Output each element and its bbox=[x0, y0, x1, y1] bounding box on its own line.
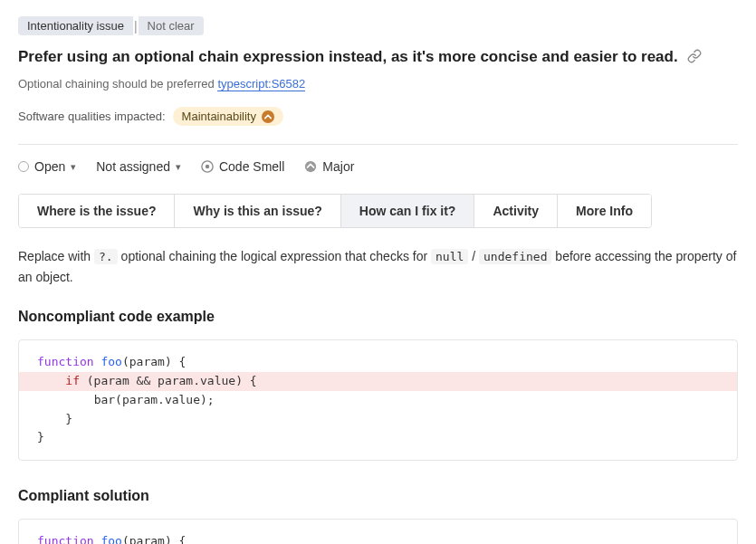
subtitle-text: Optional chaining should be preferred bbox=[18, 77, 217, 91]
subtitle: Optional chaining should be preferred ty… bbox=[18, 77, 738, 91]
fix-explanation: Replace with ?. optional chaining the lo… bbox=[18, 246, 738, 287]
severity-major-icon bbox=[304, 160, 317, 173]
tag-intentionality: Intentionality issue bbox=[18, 16, 133, 35]
status-row: Open ▾ Not assigned ▾ Code Smell Major bbox=[18, 159, 738, 174]
undefined-code: undefined bbox=[479, 249, 551, 264]
quality-badge-label: Maintainability bbox=[182, 110, 256, 123]
tag-clarity: Not clear bbox=[139, 16, 204, 35]
noncompliant-code-block: function foo(param) { if (param && param… bbox=[18, 339, 738, 461]
code-line: } bbox=[19, 428, 737, 447]
tab-where[interactable]: Where is the issue? bbox=[19, 195, 175, 227]
rule-link[interactable]: typescript:S6582 bbox=[217, 77, 305, 91]
status-open-dropdown[interactable]: Open ▾ bbox=[18, 159, 76, 174]
issue-title: Prefer using an optional chain expressio… bbox=[18, 48, 678, 66]
status-open-label: Open bbox=[34, 159, 65, 174]
issue-type-label: Code Smell bbox=[219, 159, 284, 174]
issue-severity: Major bbox=[304, 159, 354, 174]
op-code: ?. bbox=[94, 249, 118, 264]
tab-how[interactable]: How can I fix it? bbox=[341, 195, 475, 227]
qualities-row: Software qualities impacted: Maintainabi… bbox=[18, 107, 738, 145]
code-line: } bbox=[19, 410, 737, 429]
svg-point-1 bbox=[206, 165, 209, 168]
chevron-up-icon bbox=[262, 110, 274, 123]
chevron-down-icon: ▾ bbox=[176, 161, 181, 173]
tab-activity[interactable]: Activity bbox=[474, 195, 558, 227]
tag-divider: | bbox=[133, 19, 139, 33]
open-status-icon bbox=[18, 161, 29, 172]
permalink-icon[interactable] bbox=[687, 49, 702, 66]
quality-maintainability-badge[interactable]: Maintainability bbox=[173, 107, 283, 126]
tab-why[interactable]: Why is this an issue? bbox=[175, 195, 340, 227]
tabs: Where is the issue? Why is this an issue… bbox=[18, 194, 652, 228]
issue-tags: Intentionality issue | Not clear bbox=[18, 16, 738, 35]
code-smell-icon bbox=[201, 160, 214, 173]
null-code: null bbox=[431, 249, 468, 264]
chevron-down-icon: ▾ bbox=[71, 161, 76, 173]
code-line: if (param && param.value) { bbox=[19, 372, 737, 391]
code-line: function foo(param) { bbox=[19, 532, 737, 544]
assignee-dropdown[interactable]: Not assigned ▾ bbox=[96, 159, 181, 174]
severity-label: Major bbox=[322, 159, 354, 174]
code-line: function foo(param) { bbox=[19, 353, 737, 372]
qualities-label: Software qualities impacted: bbox=[18, 110, 166, 123]
title-row: Prefer using an optional chain expressio… bbox=[18, 48, 738, 66]
noncompliant-heading: Noncompliant code example bbox=[18, 309, 738, 325]
tab-more-info[interactable]: More Info bbox=[558, 195, 651, 227]
code-line: bar(param.value); bbox=[19, 391, 737, 410]
issue-type: Code Smell bbox=[201, 159, 284, 174]
compliant-code-block: function foo(param) { if (param?.value) … bbox=[18, 519, 738, 544]
compliant-heading: Compliant solution bbox=[18, 488, 738, 504]
assignee-label: Not assigned bbox=[96, 159, 170, 174]
svg-point-2 bbox=[305, 161, 316, 172]
